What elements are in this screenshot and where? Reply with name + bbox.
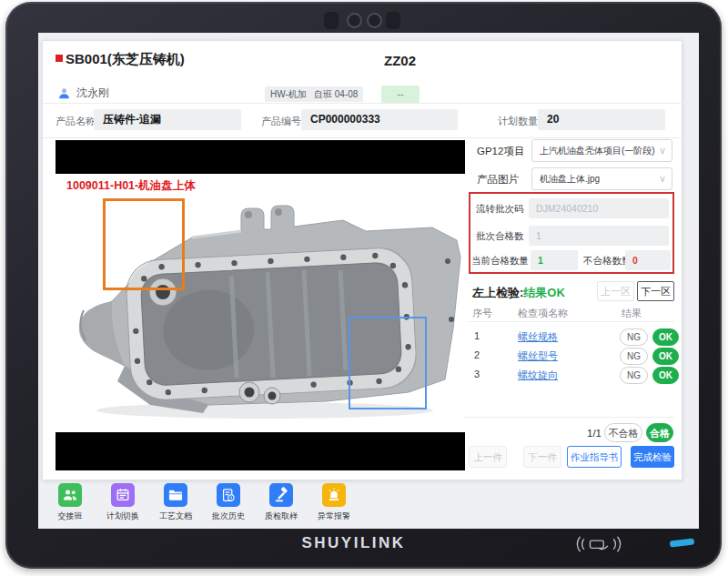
- product-code-label: 产品编号:: [261, 115, 304, 128]
- tablet-device-frame: SB001(东芝压铸机) ZZ02 沈永刚 HW-机加 自班 04-08 -- …: [5, 2, 722, 569]
- divider: [43, 103, 683, 104]
- prev-zone-button[interactable]: 上一区: [597, 281, 634, 301]
- operator-row: 沈永刚: [57, 84, 109, 102]
- camera-lens-icon: [347, 13, 362, 28]
- line-code: ZZ02: [384, 53, 416, 68]
- current-fail-value: 0: [625, 250, 671, 270]
- check-item-link[interactable]: 螺丝规格: [518, 330, 558, 344]
- dept-tag: HW-机加: [265, 86, 312, 102]
- inspection-app-window: SB001(东芝压铸机) ZZ02 沈永刚 HW-机加 自班 04-08 -- …: [42, 40, 682, 480]
- gavel-icon: [269, 483, 293, 507]
- chevron-down-icon: ∨: [659, 140, 666, 161]
- batch-pass-label: 批次合格数: [476, 230, 524, 243]
- prev-item-button[interactable]: 上一件: [469, 446, 507, 468]
- check-item-link[interactable]: 螺纹旋向: [518, 369, 558, 382]
- bezel-sensor: [386, 12, 400, 29]
- shortcut-batch-history[interactable]: 批次历史: [204, 483, 253, 522]
- gp12-select[interactable]: 上汽机油盘壳体项目(一阶段) ∨: [531, 139, 672, 162]
- folder-icon: [164, 483, 187, 507]
- alarm-icon: [322, 483, 346, 507]
- shift-tag: 自班 04-08: [308, 86, 363, 102]
- check-row-no: 1: [474, 330, 480, 341]
- check-row-no: 2: [474, 349, 480, 360]
- power-indicator: [670, 538, 695, 547]
- overall-fail-button[interactable]: 不合格: [604, 423, 642, 442]
- ok-button[interactable]: OK: [652, 348, 679, 365]
- ng-button[interactable]: NG: [620, 348, 648, 365]
- ok-button[interactable]: OK: [652, 367, 679, 384]
- finish-inspection-button[interactable]: 完成检验: [631, 446, 674, 468]
- red-square-icon: [56, 55, 63, 62]
- shortcut-label: 批次历史: [212, 510, 245, 522]
- current-fail-label: 不合格数量: [583, 255, 632, 268]
- product-name-value: 压铸件-追漏: [94, 109, 241, 130]
- bezel-sensor: [324, 12, 339, 29]
- shortcut-label: 异常报警: [318, 510, 350, 522]
- divider: [43, 137, 683, 138]
- shortcut-plan-switch[interactable]: 计划切换: [98, 483, 147, 522]
- status-badge: --: [381, 86, 420, 103]
- product-image-select[interactable]: 机油盘上体.jpg ∨: [531, 167, 672, 190]
- batch-pass-input[interactable]: 1: [529, 226, 669, 246]
- shortcut-label: 计划切换: [106, 510, 139, 522]
- history-doc-icon: [217, 483, 240, 507]
- calendar-icon: [111, 483, 135, 507]
- overall-pass-button[interactable]: 合格: [646, 423, 673, 442]
- shortcut-label: 质检取样: [265, 510, 298, 522]
- camera-lens-icon: [367, 13, 382, 28]
- shortcut-label: 交接班: [58, 510, 83, 522]
- lot-code-label: 流转批次码: [476, 203, 524, 216]
- operator-name: 沈永刚: [76, 86, 109, 101]
- ng-button[interactable]: NG: [620, 367, 648, 384]
- nfc-reader-icon: [575, 535, 622, 557]
- current-pass-value: 1: [531, 250, 578, 270]
- page-indicator: 1/1: [587, 428, 602, 439]
- zone-result-ok: 结果OK: [523, 286, 565, 299]
- gp12-label: GP12项目: [477, 145, 524, 158]
- chevron-down-icon: ∨: [659, 168, 666, 189]
- product-image-panel: 1009011-H01-机油盘上体: [56, 140, 465, 470]
- ng-button[interactable]: NG: [620, 328, 648, 346]
- shortcut-process-docs[interactable]: 工艺文档: [151, 483, 200, 522]
- brand-logo: SHUYILINK: [278, 534, 429, 552]
- col-header-no: 序号: [472, 307, 492, 320]
- roi-highlight-blue: [349, 317, 427, 409]
- product-image-label: 产品图片: [477, 173, 519, 187]
- col-header-item: 检查项名称: [518, 307, 568, 320]
- roi-highlight-orange: [103, 198, 185, 290]
- shortcut-alarm[interactable]: 异常报警: [309, 483, 359, 522]
- people-icon: [58, 483, 82, 507]
- product-image-selected-value: 机油盘上体.jpg: [540, 174, 600, 184]
- work-instruction-button[interactable]: 作业指导书: [567, 446, 622, 468]
- user-avatar-icon: [57, 86, 71, 100]
- zone-result-title: 左上检验:结果OK: [472, 285, 565, 301]
- check-item-link[interactable]: 螺丝型号: [518, 349, 558, 363]
- next-zone-button[interactable]: 下一区: [637, 281, 674, 301]
- shortcut-shift-handover[interactable]: 交接班: [46, 483, 95, 522]
- zone-name: 左上检验:: [472, 286, 523, 299]
- product-name-label: 产品名称:: [56, 115, 98, 128]
- batch-info-box: 流转批次码 DJM24040210 批次合格数 1 当前合格数量 1 不合格数量…: [469, 192, 674, 274]
- station-title: SB001(东芝压铸机): [56, 51, 185, 68]
- plan-qty-value: 20: [538, 109, 665, 130]
- divider: [469, 321, 674, 322]
- ok-button[interactable]: OK: [652, 328, 679, 346]
- shortcut-label: 工艺文档: [159, 510, 192, 522]
- product-photo: 1009011-H01-机油盘上体: [56, 174, 465, 432]
- current-pass-label: 当前合格数量: [471, 255, 529, 268]
- gp12-selected-value: 上汽机油盘壳体项目(一阶段): [540, 146, 655, 156]
- desktop-shortcuts: 交接班 计划切换 工艺文档 批次历史: [46, 483, 359, 522]
- col-header-result: 结果: [622, 307, 642, 320]
- shortcut-qc-sampling[interactable]: 质检取样: [257, 483, 306, 522]
- next-item-button[interactable]: 下一件: [523, 446, 561, 468]
- plan-qty-label: 计划数量:: [498, 115, 541, 128]
- part-number-caption: 1009011-H01-机油盘上体: [66, 178, 196, 194]
- check-row-no: 3: [474, 369, 480, 379]
- product-code-value: CP000000333: [301, 109, 458, 130]
- desktop-screen: SB001(东芝压铸机) ZZ02 沈永刚 HW-机加 自班 04-08 -- …: [38, 33, 699, 529]
- lot-code-input[interactable]: DJM24040210: [529, 198, 669, 218]
- divider: [463, 417, 674, 418]
